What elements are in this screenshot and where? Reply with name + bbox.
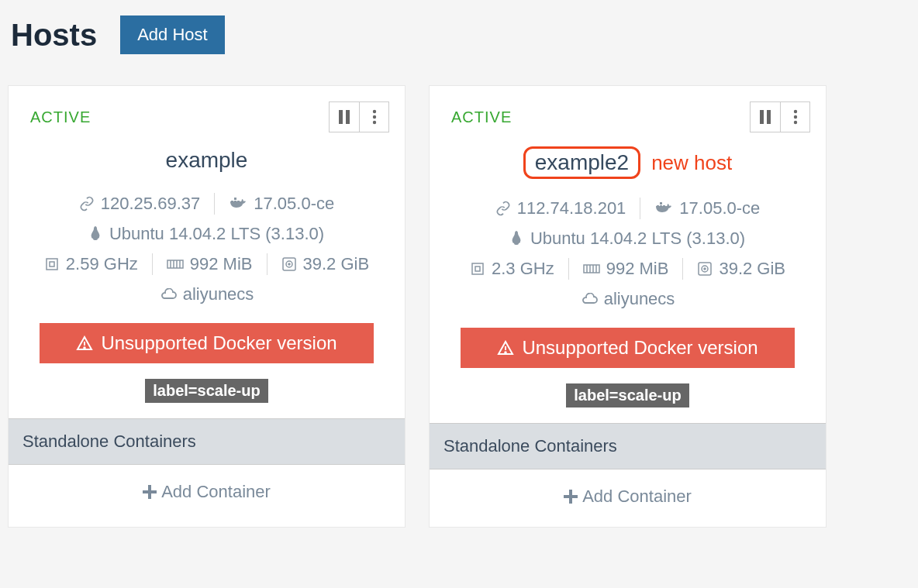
svg-rect-5: [231, 201, 233, 203]
docker-icon: [654, 201, 673, 215]
svg-rect-34: [584, 265, 599, 273]
cpu-icon: [470, 261, 485, 277]
disk-cell: 39.2 GiB: [683, 259, 799, 279]
svg-rect-10: [50, 262, 54, 266]
ip-cell: 112.74.18.201: [481, 198, 640, 218]
host-name[interactable]: example2: [523, 146, 640, 179]
warning-badge: Unsupported Docker version: [40, 323, 374, 363]
pause-icon: [338, 110, 350, 124]
svg-point-43: [506, 352, 507, 353]
svg-point-3: [372, 115, 375, 119]
plus-icon: [564, 490, 578, 504]
containers-section-header: Standalone Containers: [9, 418, 405, 465]
info-row-4: aliyunecs: [430, 284, 826, 314]
provider-cell: aliyunecs: [146, 284, 268, 304]
svg-rect-45: [564, 495, 578, 498]
disk-icon: [281, 256, 297, 272]
svg-rect-28: [657, 205, 659, 208]
info-row-2: Ubuntu 14.04.2 LTS (3.13.0): [430, 224, 826, 253]
ip-value: 120.25.69.37: [101, 194, 200, 214]
linux-icon: [510, 231, 524, 246]
provider-cell: aliyunecs: [567, 289, 689, 309]
disk-cell: 39.2 GiB: [267, 254, 384, 274]
add-container-label: Add Container: [582, 487, 692, 507]
svg-point-27: [793, 121, 796, 124]
disk-icon: [697, 261, 713, 277]
svg-point-26: [793, 115, 796, 119]
card-header: ACTIVE: [430, 86, 826, 140]
cloud-icon: [581, 293, 598, 305]
cpu-icon: [44, 256, 60, 272]
provider-value: aliyunecs: [604, 289, 675, 309]
docker-cell: 17.05.0-ce: [215, 194, 348, 214]
svg-rect-22: [143, 490, 157, 493]
host-cards: ACTIVE example: [8, 85, 910, 528]
os-cell: Ubuntu 14.04.2 LTS (3.13.0): [496, 229, 759, 249]
info-row-2: Ubuntu 14.04.2 LTS (3.13.0): [9, 219, 405, 249]
host-card: ACTIVE example: [8, 85, 406, 528]
os-value: Ubuntu 14.04.2 LTS (3.13.0): [109, 224, 324, 244]
svg-rect-30: [663, 205, 665, 208]
svg-rect-6: [234, 201, 236, 203]
more-vertical-icon: [372, 109, 377, 125]
pause-button[interactable]: [751, 102, 780, 132]
svg-rect-1: [346, 110, 350, 124]
svg-rect-33: [475, 266, 480, 271]
ip-value: 112.74.18.201: [517, 198, 626, 218]
containers-section-header: Standalone Containers: [430, 423, 826, 469]
ip-cell: 120.25.69.37: [65, 194, 214, 214]
annotation-label: new host: [651, 151, 732, 175]
svg-point-20: [85, 347, 86, 349]
cpu-value: 2.3 GHz: [492, 259, 554, 279]
add-host-button[interactable]: Add Host: [120, 15, 225, 54]
host-card: ACTIVE example2 new host: [429, 85, 827, 528]
disk-value: 39.2 GiB: [303, 254, 370, 274]
more-button[interactable]: [359, 102, 388, 132]
card-actions: [750, 101, 810, 132]
docker-icon: [229, 197, 247, 211]
disk-value: 39.2 GiB: [719, 259, 785, 279]
memory-cell: 992 MiB: [153, 254, 267, 274]
memory-icon: [167, 258, 184, 270]
warning-icon: [497, 340, 514, 356]
plus-icon: [143, 485, 157, 499]
svg-rect-24: [767, 110, 771, 124]
memory-value: 992 MiB: [606, 259, 669, 279]
link-icon: [79, 196, 95, 211]
docker-version-value: 17.05.0-ce: [254, 194, 334, 214]
svg-rect-32: [472, 263, 483, 274]
cpu-cell: 2.3 GHz: [456, 259, 568, 279]
status-badge: ACTIVE: [30, 108, 91, 126]
svg-rect-9: [47, 259, 57, 270]
info-row-3: 2.3 GHz 992 MiB 39.2 GiB: [430, 253, 826, 284]
more-button[interactable]: [780, 102, 809, 132]
svg-rect-8: [234, 198, 236, 200]
info-row-4: aliyunecs: [9, 280, 405, 309]
info-row-3: 2.59 GHz 992 MiB 39.2 GiB: [9, 249, 405, 280]
host-name-row: example: [9, 140, 405, 188]
memory-cell: 992 MiB: [569, 259, 683, 279]
svg-rect-31: [660, 202, 662, 205]
svg-rect-23: [760, 110, 764, 124]
add-container-button[interactable]: Add Container: [430, 469, 826, 527]
page-title: Hosts: [11, 18, 97, 53]
info-row-1: 120.25.69.37 17.05.0-ce: [9, 188, 405, 219]
label-chip: label=scale-up: [145, 379, 267, 403]
warning-text: Unsupported Docker version: [101, 332, 336, 354]
host-name[interactable]: example: [157, 146, 257, 174]
docker-cell: 17.05.0-ce: [640, 198, 774, 218]
cpu-value: 2.59 GHz: [66, 254, 138, 274]
svg-rect-29: [660, 205, 662, 208]
add-container-button[interactable]: Add Container: [9, 465, 405, 522]
linux-icon: [89, 226, 103, 242]
pause-icon: [759, 110, 771, 124]
docker-version-value: 17.05.0-ce: [679, 198, 760, 218]
svg-rect-7: [237, 201, 240, 203]
pause-button[interactable]: [330, 102, 359, 132]
more-vertical-icon: [793, 109, 798, 125]
provider-value: aliyunecs: [183, 284, 254, 304]
cpu-cell: 2.59 GHz: [30, 254, 152, 274]
os-value: Ubuntu 14.04.2 LTS (3.13.0): [530, 229, 745, 249]
memory-value: 992 MiB: [190, 254, 253, 274]
warning-text: Unsupported Docker version: [522, 337, 758, 359]
